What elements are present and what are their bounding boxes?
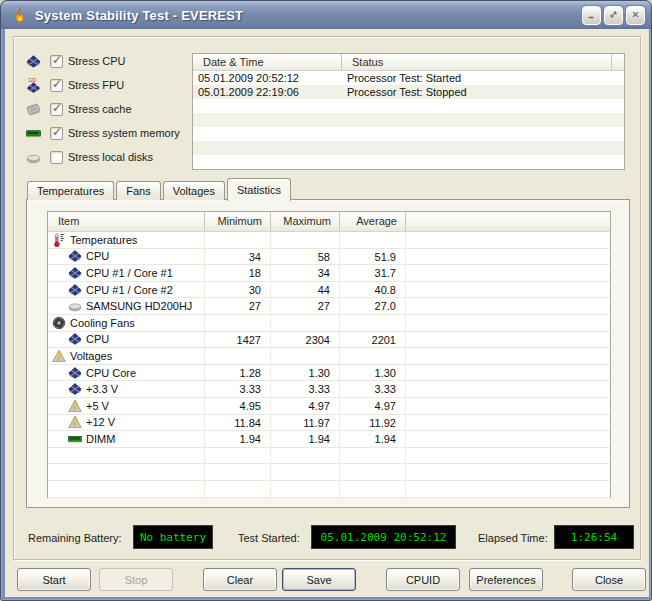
preferences-button[interactable]: Preferences: [469, 568, 543, 591]
stats-item-label: +3.3 V: [86, 381, 118, 397]
button-row: StartStopClearSaveCPUIDPreferencesClose: [5, 568, 649, 592]
test-started-display: 05.01.2009 20:52:12: [311, 525, 456, 549]
close-button[interactable]: Close: [572, 568, 646, 591]
tab-fans[interactable]: Fans: [116, 181, 160, 200]
stats-item-cell: +12 V: [48, 415, 205, 431]
stats-row-samsung-hd200hj[interactable]: SAMSUNG HD200HJ272727.0: [48, 298, 610, 315]
log-cell: [342, 99, 612, 113]
log-row[interactable]: 05.01.2009 22:19:06Processor Test: Stopp…: [193, 85, 624, 99]
stats-item-label: CPU Core: [86, 365, 136, 381]
stats-min-cell: [205, 315, 271, 331]
checkbox-stress-local-disks[interactable]: [50, 151, 63, 164]
statistics-body: TemperaturesCPU345851.9CPU #1 / Core #11…: [48, 232, 610, 498]
stats-row-cpu-1-core-2[interactable]: CPU #1 / Core #2304440.8: [48, 282, 610, 299]
stats-column-header-minimum[interactable]: Minimum: [205, 212, 271, 231]
stats-item-cell: CPU Core: [48, 365, 205, 381]
checkbox-stress-cpu[interactable]: [50, 55, 63, 68]
cpuid-button[interactable]: CPUID: [386, 568, 460, 591]
stats-row[interactable]: [48, 481, 610, 498]
stats-row-cpu[interactable]: CPU142723042201: [48, 332, 610, 349]
minimize-icon: [586, 6, 597, 24]
tab-temperatures[interactable]: Temperatures: [27, 181, 114, 200]
title-bar[interactable]: System Stability Test - EVEREST: [1, 1, 651, 29]
stats-max-cell: [271, 448, 340, 464]
log-row[interactable]: [193, 155, 624, 169]
stats-column-header-item[interactable]: Item: [48, 212, 205, 231]
stats-column-header-maximum[interactable]: Maximum: [271, 212, 340, 231]
stats-row-12-v[interactable]: +12 V11.8411.9711.92: [48, 415, 610, 432]
stats-min-cell: 18: [205, 265, 271, 281]
stats-item-label: CPU: [86, 249, 109, 265]
stats-avg-cell: [340, 464, 406, 480]
log-cell: Processor Test: Stopped: [342, 85, 612, 99]
stress-option-label: Stress FPU: [68, 79, 124, 91]
stats-item-label: DIMM: [86, 431, 115, 447]
checkbox-stress-system-memory[interactable]: [50, 127, 63, 140]
log-cell: [342, 127, 612, 141]
stats-min-cell: 11.84: [205, 415, 271, 431]
stress-option-label: Stress local disks: [68, 151, 153, 163]
stats-item-cell: [48, 448, 205, 464]
stats-row-5-v[interactable]: +5 V4.954.974.97: [48, 398, 610, 415]
tab-voltages[interactable]: Voltages: [163, 181, 225, 200]
stats-item-label: SAMSUNG HD200HJ: [86, 298, 192, 314]
save-button[interactable]: Save: [282, 568, 356, 591]
cpu-icon: [68, 382, 83, 396]
maximize-icon: [608, 6, 619, 24]
log-cell-filler: [612, 155, 624, 169]
start-button[interactable]: Start: [17, 568, 91, 591]
stats-row-cpu[interactable]: CPU345851.9: [48, 249, 610, 266]
stats-row-cpu-1-core-1[interactable]: CPU #1 / Core #1183431.7: [48, 265, 610, 282]
stats-avg-cell: 2201: [340, 332, 406, 348]
stats-row[interactable]: [48, 464, 610, 481]
stats-row-3-3-v[interactable]: +3.3 V3.333.333.33: [48, 381, 610, 398]
stats-row-temperatures[interactable]: Temperatures: [48, 232, 610, 249]
stats-item-cell: +5 V: [48, 398, 205, 414]
stats-filler-cell: [406, 431, 610, 447]
stats-avg-cell: 31.7: [340, 265, 406, 281]
log-row[interactable]: 05.01.2009 20:52:12Processor Test: Start…: [193, 71, 624, 85]
stats-filler-cell: [406, 415, 610, 431]
log-row[interactable]: [193, 99, 624, 113]
log-column-header-status[interactable]: Status: [342, 54, 612, 70]
checkbox-stress-cache[interactable]: [50, 103, 63, 116]
stats-min-cell: 34: [205, 249, 271, 265]
clear-button[interactable]: Clear: [203, 568, 277, 591]
stats-row-cpu-core[interactable]: CPU Core1.281.301.30: [48, 365, 610, 382]
stats-row[interactable]: [48, 448, 610, 465]
maximize-button[interactable]: [604, 6, 623, 25]
stress-option-label: Stress cache: [68, 103, 132, 115]
checkbox-stress-fpu[interactable]: [50, 79, 63, 92]
log-row[interactable]: [193, 141, 624, 155]
main-panel: Stress CPU123Stress FPUStress cacheStres…: [13, 36, 641, 560]
stats-row-voltages[interactable]: Voltages: [48, 348, 610, 365]
log-row[interactable]: [193, 113, 624, 127]
stats-column-header-average[interactable]: Average: [340, 212, 406, 231]
svg-text:123: 123: [28, 78, 36, 83]
stats-item-label: Voltages: [70, 348, 112, 364]
log-column-header-date-time[interactable]: Date & Time: [193, 54, 342, 70]
event-log-header: Date & TimeStatus: [193, 54, 624, 71]
stats-filler-cell: [406, 381, 610, 397]
event-log-body: 05.01.2009 20:52:12Processor Test: Start…: [193, 71, 624, 169]
stats-item-cell: Voltages: [48, 348, 205, 364]
cpu-icon: [26, 54, 43, 69]
stats-avg-cell: 51.9: [340, 249, 406, 265]
cpu-icon: [68, 332, 83, 346]
stats-max-cell: 4.97: [271, 398, 340, 414]
statistics-table: ItemMinimumMaximumAverage TemperaturesCP…: [47, 211, 611, 498]
stats-min-cell: 3.33: [205, 381, 271, 397]
close-button[interactable]: [626, 6, 645, 25]
test-started-label: Test Started:: [238, 532, 300, 544]
minimize-button[interactable]: [582, 6, 601, 25]
log-row[interactable]: [193, 127, 624, 141]
stats-min-cell: 4.95: [205, 398, 271, 414]
log-cell-filler: [612, 127, 624, 141]
stats-avg-cell: [340, 348, 406, 364]
disk-icon: [68, 299, 83, 313]
stats-row-cooling-fans[interactable]: Cooling Fans: [48, 315, 610, 332]
stats-row-dimm[interactable]: DIMM1.941.941.94: [48, 431, 610, 448]
stats-item-cell: Cooling Fans: [48, 315, 205, 331]
stop-button: Stop: [99, 568, 173, 591]
tab-statistics[interactable]: Statistics: [227, 178, 291, 201]
